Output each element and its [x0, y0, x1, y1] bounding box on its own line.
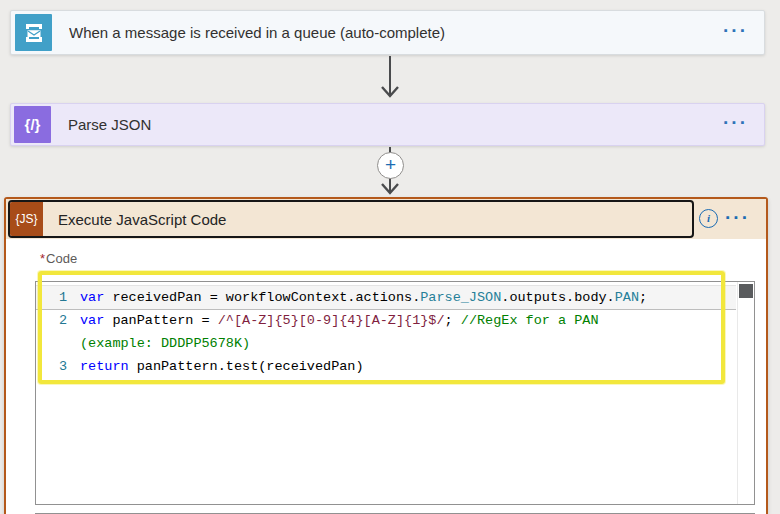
code-line-content: var receivedPan = workflowContext.action… — [67, 286, 647, 309]
execute-js-card: {JS} Execute JavaScript Code i ··· *Code… — [4, 197, 768, 514]
code-row: 2var panPattern = /^[A-Z]{5}[0-9]{4}[A-Z… — [36, 309, 736, 332]
execute-js-header[interactable]: {JS} Execute JavaScript Code — [8, 200, 694, 238]
code-row: (example: DDDPP5678K) — [36, 332, 736, 355]
parse-json-icon: {/} — [14, 106, 51, 143]
parse-json-menu-button[interactable]: ··· — [719, 109, 752, 135]
code-line-content: return panPattern.test(receivedPan) — [67, 355, 364, 378]
code-editor-rows: 1var receivedPan = workflowContext.actio… — [36, 286, 736, 378]
line-number: 1 — [36, 286, 67, 309]
code-row: 1var receivedPan = workflowContext.actio… — [36, 285, 736, 310]
insert-step-button[interactable]: + — [377, 152, 404, 179]
editor-scrollbar-thumb[interactable] — [739, 284, 753, 298]
execute-js-menu-button[interactable]: ··· — [721, 205, 754, 231]
info-icon[interactable]: i — [699, 209, 718, 228]
javascript-icon: {JS} — [10, 202, 43, 236]
code-field-label: *Code — [40, 251, 77, 266]
code-line-content: (example: DDDPP5678K) — [67, 332, 250, 355]
execute-js-title: Execute JavaScript Code — [58, 211, 226, 228]
trigger-menu-button[interactable]: ··· — [719, 17, 752, 43]
service-bus-queue-icon — [15, 14, 52, 51]
code-editor[interactable]: 1var receivedPan = workflowContext.actio… — [35, 281, 755, 505]
required-marker: * — [40, 251, 45, 266]
trigger-card[interactable]: When a message is received in a queue (a… — [10, 10, 765, 55]
parse-json-card[interactable]: {/} Parse JSON ··· — [10, 103, 765, 146]
parse-json-title: Parse JSON — [68, 116, 151, 133]
connector-arrow — [374, 56, 406, 100]
line-number: 3 — [36, 355, 67, 378]
trigger-title: When a message is received in a queue (a… — [69, 24, 445, 41]
code-line-content: var panPattern = /^[A-Z]{5}[0-9]{4}[A-Z]… — [67, 309, 599, 332]
code-row: 3return panPattern.test(receivedPan) — [36, 355, 736, 378]
line-number — [36, 332, 67, 355]
editor-scrollbar-track — [737, 282, 738, 504]
execute-js-header-band: {JS} Execute JavaScript Code i ··· — [6, 199, 766, 239]
line-number: 2 — [36, 309, 67, 332]
